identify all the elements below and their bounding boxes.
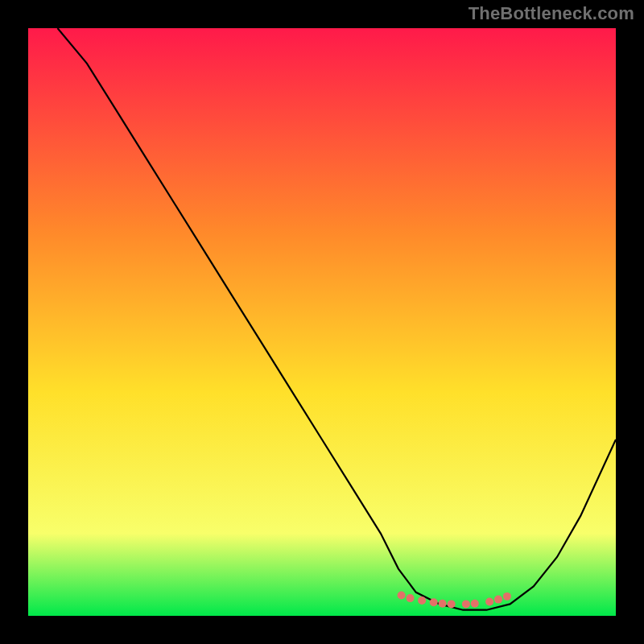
optimal-point xyxy=(430,598,438,606)
watermark-text: TheBottleneck.com xyxy=(469,3,634,24)
optimal-point xyxy=(494,596,502,604)
optimal-point xyxy=(439,600,447,608)
optimal-point xyxy=(471,600,479,608)
optimal-point xyxy=(462,600,470,608)
bottleneck-chart xyxy=(28,28,616,616)
optimal-point xyxy=(503,592,511,601)
chart-frame: TheBottleneck.com xyxy=(0,0,644,644)
gradient-background xyxy=(28,28,616,616)
optimal-point xyxy=(485,598,493,606)
optimal-point xyxy=(398,592,406,600)
optimal-point xyxy=(407,594,415,602)
chart-svg xyxy=(28,28,616,616)
optimal-point xyxy=(418,597,426,605)
optimal-point xyxy=(448,600,456,608)
